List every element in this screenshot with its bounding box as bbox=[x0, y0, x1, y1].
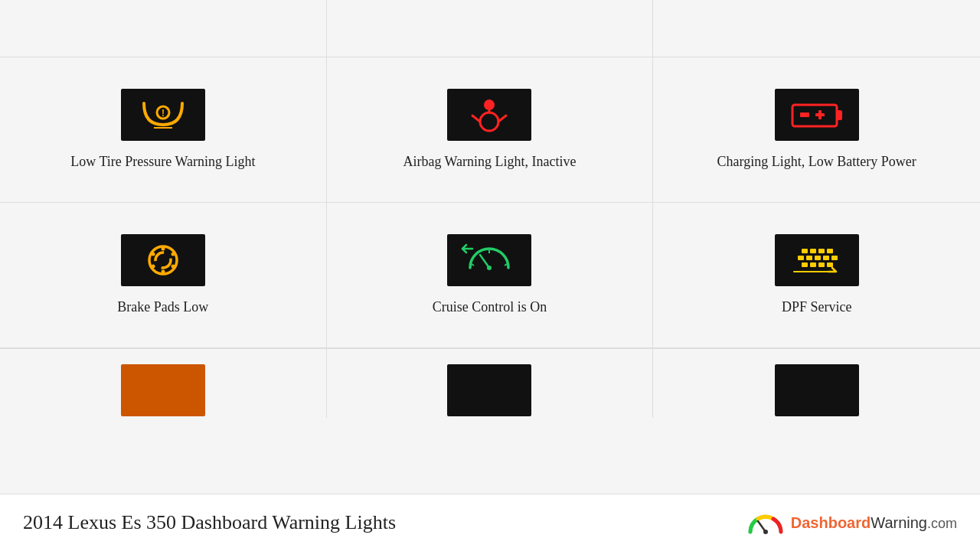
airbag-icon-box bbox=[447, 89, 531, 141]
dpf-icon bbox=[786, 241, 848, 279]
top-cell-3 bbox=[653, 0, 980, 57]
svg-rect-32 bbox=[806, 256, 812, 260]
svg-rect-28 bbox=[810, 249, 816, 253]
svg-point-19 bbox=[151, 264, 155, 268]
svg-point-16 bbox=[171, 252, 175, 256]
bottom-bar: 2014 Lexus Es 350 Dashboard Warning Ligh… bbox=[0, 494, 980, 551]
charging-label: Charging Light, Low Battery Power bbox=[717, 153, 916, 171]
cell-charging[interactable]: Charging Light, Low Battery Power bbox=[653, 57, 980, 203]
partial-icon-2 bbox=[447, 364, 531, 416]
cruise-icon bbox=[459, 241, 520, 279]
airbag-icon bbox=[459, 96, 520, 134]
svg-rect-37 bbox=[810, 262, 816, 267]
top-cell-1 bbox=[0, 0, 327, 57]
site-title: 2014 Lexus Es 350 Dashboard Warning Ligh… bbox=[23, 511, 396, 534]
svg-rect-33 bbox=[815, 256, 821, 260]
svg-rect-9 bbox=[837, 110, 842, 120]
low-tire-label: Low Tire Pressure Warning Light bbox=[70, 153, 255, 171]
partial-icon-1 bbox=[121, 364, 205, 416]
svg-point-15 bbox=[161, 246, 165, 250]
svg-point-22 bbox=[487, 266, 492, 270]
svg-text:!: ! bbox=[162, 108, 165, 119]
svg-rect-39 bbox=[827, 262, 833, 267]
top-cell-2 bbox=[327, 0, 654, 57]
cruise-icon-box bbox=[447, 234, 531, 286]
partial-icon-3 bbox=[775, 364, 859, 416]
cruise-label: Cruise Control is On bbox=[433, 298, 547, 316]
svg-rect-12 bbox=[815, 113, 825, 116]
cell-cruise-control[interactable]: Cruise Control is On bbox=[327, 203, 654, 348]
svg-rect-29 bbox=[818, 249, 825, 253]
svg-rect-38 bbox=[818, 262, 825, 267]
partial-cell-3 bbox=[653, 349, 980, 418]
brake-icon-box bbox=[121, 234, 205, 286]
svg-rect-30 bbox=[827, 249, 833, 253]
svg-point-14 bbox=[155, 253, 171, 268]
tire-pressure-icon: ! bbox=[132, 96, 194, 134]
charging-icon bbox=[786, 96, 848, 134]
svg-line-6 bbox=[498, 116, 506, 122]
svg-point-42 bbox=[763, 530, 768, 534]
svg-point-18 bbox=[161, 269, 165, 273]
airbag-label: Airbag Warning Light, Inactive bbox=[403, 153, 576, 171]
svg-line-5 bbox=[472, 116, 480, 122]
svg-point-20 bbox=[151, 252, 155, 256]
low-tire-icon-box: ! bbox=[121, 89, 205, 141]
svg-rect-31 bbox=[798, 256, 804, 260]
dpf-icon-box bbox=[775, 234, 859, 286]
svg-rect-27 bbox=[802, 249, 808, 253]
cell-low-tire[interactable]: ! Low Tire Pressure Warning Light bbox=[0, 57, 327, 203]
cell-airbag[interactable]: Airbag Warning Light, Inactive bbox=[327, 57, 654, 203]
svg-line-23 bbox=[472, 264, 474, 266]
logo-text: DashboardWarning.com bbox=[791, 514, 957, 532]
partial-cell-1 bbox=[0, 349, 327, 418]
svg-point-17 bbox=[171, 264, 175, 268]
brake-label: Brake Pads Low bbox=[117, 298, 208, 316]
svg-rect-35 bbox=[831, 256, 838, 260]
logo-gauge-icon bbox=[746, 509, 785, 536]
svg-point-4 bbox=[480, 112, 498, 131]
partial-cell-2 bbox=[327, 349, 654, 418]
charging-icon-box bbox=[775, 89, 859, 141]
svg-point-3 bbox=[484, 99, 495, 110]
cell-brake-pads[interactable]: Brake Pads Low bbox=[0, 203, 327, 348]
svg-rect-10 bbox=[800, 112, 809, 117]
svg-rect-34 bbox=[823, 256, 829, 260]
svg-rect-8 bbox=[792, 105, 837, 126]
svg-rect-36 bbox=[802, 262, 808, 267]
svg-line-25 bbox=[505, 264, 507, 266]
svg-line-21 bbox=[480, 255, 489, 268]
cell-dpf[interactable]: DPF Service bbox=[653, 203, 980, 348]
logo-area: DashboardWarning.com bbox=[746, 509, 957, 536]
brake-icon bbox=[132, 241, 194, 279]
dpf-label: DPF Service bbox=[782, 298, 852, 316]
